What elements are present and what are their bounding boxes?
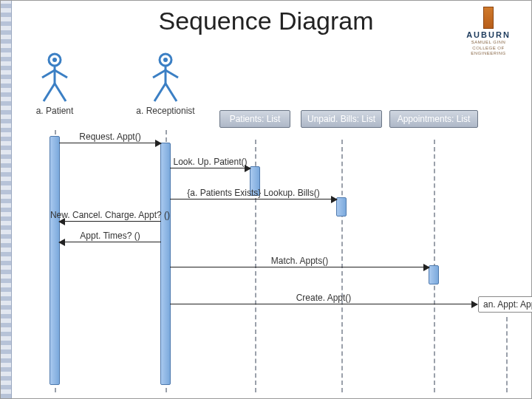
svg-line-13 (166, 83, 177, 101)
message-request-appt: Request. Appt() (59, 143, 161, 143)
message-label: Match. Appts() (170, 256, 429, 266)
object-new-appt: an. Appt: Appointment (478, 296, 532, 313)
message-label: Create. Appt() (170, 293, 477, 303)
arrowhead-icon (423, 264, 430, 271)
svg-point-8 (163, 58, 168, 62)
arrowhead-icon (155, 140, 162, 147)
message-match-appts: Match. Appts() (170, 267, 429, 267)
lifeline-patient: a. Patient (21, 52, 88, 392)
svg-line-10 (153, 70, 166, 78)
message-create-appt: Create. Appt() (170, 304, 477, 304)
svg-line-6 (55, 83, 66, 101)
activation-appts (429, 265, 439, 284)
slide: Sequence Diagram AUBURN SAMUEL GINN COLL… (0, 0, 532, 399)
sequence-diagram: a. Patient a. Receptionist (14, 52, 525, 392)
arrowhead-icon (245, 165, 251, 172)
message-appt-times: Appt. Times? () (59, 242, 161, 242)
arrowhead-icon (58, 239, 65, 246)
actor-label: a. Patient (21, 106, 88, 116)
logo-tower-icon (483, 7, 494, 29)
lifeline-bills-list: Unpaid. Bills: List (301, 110, 382, 392)
lifeline-appts-list: Appointments: List (389, 110, 478, 392)
message-label: Request. Appt() (59, 132, 161, 142)
message-new-cancel-charge: New. Cancel. Charge. Appt? () (59, 221, 161, 222)
svg-line-11 (166, 70, 178, 78)
svg-line-12 (154, 83, 166, 101)
message-lookup-patient: Look. Up. Patient() (170, 168, 250, 168)
actor-label: a. Receptionist (132, 106, 199, 116)
actor-icon (149, 52, 183, 104)
svg-point-1 (52, 58, 57, 62)
message-label: Appt. Times? () (59, 231, 161, 241)
logo-name: AUBURN (459, 30, 518, 39)
activation-bills (336, 197, 347, 216)
actor-receptionist: a. Receptionist (132, 52, 199, 116)
activation-receptionist (160, 143, 171, 385)
slide-sidebar-decoration (1, 1, 12, 398)
lifeline-receptionist: a. Receptionist (132, 52, 199, 392)
page-title: Sequence Diagram (1, 7, 531, 35)
message-label: Look. Up. Patient() (170, 157, 250, 167)
lifeline-dash (506, 317, 508, 392)
activation-patient (50, 136, 60, 385)
message-label: {a. Patients Exists} Lookup. Bills() (170, 188, 337, 198)
arrowhead-icon (331, 196, 338, 203)
actor-patient: a. Patient (21, 52, 88, 116)
arrowhead-icon (471, 301, 478, 308)
svg-line-3 (42, 70, 55, 78)
object-header: Patients: List (219, 110, 290, 128)
object-header: Appointments: List (389, 110, 478, 128)
message-lookup-bills: {a. Patients Exists} Lookup. Bills() (170, 199, 337, 200)
actor-icon (38, 52, 72, 104)
logo-subtitle-1: SAMUEL GINN (459, 40, 518, 45)
object-header: Unpaid. Bills: List (301, 110, 382, 128)
svg-line-5 (44, 83, 55, 101)
lifeline-dash (341, 140, 343, 392)
arrowhead-icon (58, 218, 65, 225)
lifeline-patients-list: Patients: List (219, 110, 290, 392)
auburn-logo: AUBURN SAMUEL GINN COLLEGE OF ENGINEERIN… (459, 7, 518, 57)
svg-line-4 (55, 70, 67, 78)
